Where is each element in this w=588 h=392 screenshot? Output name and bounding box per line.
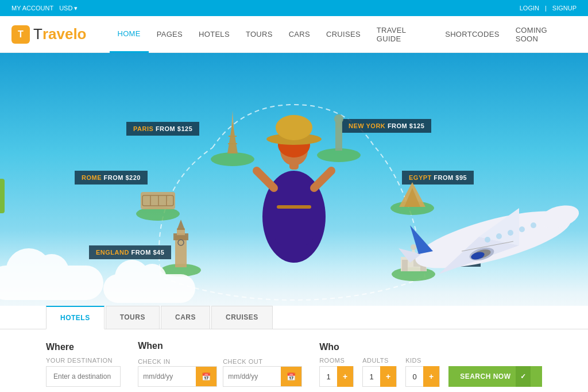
when-group: When CHECK IN 📅 CHECK OUT 📅 <box>138 341 302 387</box>
cloud-mid <box>103 274 195 303</box>
nav-home[interactable]: HOME <box>110 16 149 53</box>
dest-newyork[interactable]: NEW YORK FROM $125 <box>342 119 431 133</box>
currency-selector[interactable]: USD ▾ <box>59 5 78 12</box>
svg-rect-39 <box>277 205 311 209</box>
nav-shortcodes[interactable]: SHORTCODES <box>437 16 508 53</box>
checkin-input[interactable] <box>138 367 196 386</box>
checkin-label: CHECK IN <box>138 358 171 365</box>
checkout-label: CHECK OUT <box>223 358 262 365</box>
top-bar-left: MY ACCOUNT USD ▾ <box>11 5 78 12</box>
header: T Travelo HOME PAGES HOTELS TOURS CARS C… <box>0 16 588 53</box>
search-section: HOTELS TOURS CARS CRUISES Where YOUR DES… <box>0 306 588 392</box>
hero-section: PARIS FROM $125 NEW YORK FROM $125 ROME … <box>0 53 588 306</box>
svg-rect-14 <box>142 195 173 206</box>
nav-travel-guide[interactable]: TRAVEL GUIDE <box>369 16 437 53</box>
tab-tours[interactable]: TOURS <box>106 306 160 329</box>
when-title: When <box>138 341 302 351</box>
checkin-wrapper: CHECK IN 📅 <box>138 356 217 387</box>
search-tabs: HOTELS TOURS CARS CRUISES <box>0 306 588 329</box>
where-label: YOUR DESTINATION <box>46 357 121 364</box>
rooms-increment-button[interactable]: + <box>337 366 353 387</box>
svg-line-32 <box>257 171 274 188</box>
rooms-label: ROOMS <box>319 357 354 364</box>
kids-increment-button[interactable]: + <box>423 366 439 387</box>
svg-point-51 <box>508 230 513 236</box>
nav-hotels[interactable]: HOTELS <box>191 16 238 53</box>
svg-line-33 <box>314 171 331 188</box>
logo-icon: T <box>11 25 30 44</box>
search-button[interactable]: SEARCH NOW ✓ <box>448 366 542 387</box>
dest-rome[interactable]: ROME FROM $220 <box>75 171 148 185</box>
kids-wrap: 0 + <box>405 366 440 387</box>
who-inner: ROOMS 1 + ADULTS 1 + KIDS 0 <box>319 357 542 387</box>
where-title: Where <box>46 342 121 352</box>
checkout-input[interactable] <box>223 367 281 386</box>
logo-text: Travelo <box>33 25 87 43</box>
svg-rect-31 <box>274 176 314 245</box>
svg-marker-6 <box>230 110 235 153</box>
kids-label: KIDS <box>405 357 440 364</box>
login-link[interactable]: LOGIN <box>520 5 539 11</box>
signup-link[interactable]: SIGNUP <box>552 5 577 11</box>
who-title: Who <box>319 342 542 352</box>
top-bar-right: LOGIN | SIGNUP <box>520 5 577 11</box>
tab-cruises[interactable]: CRUISES <box>211 306 273 329</box>
logo[interactable]: T Travelo <box>11 25 87 44</box>
adults-counter: ADULTS 1 + <box>362 357 397 387</box>
my-account-link[interactable]: MY ACCOUNT <box>11 5 53 11</box>
nav-cars[interactable]: CARS <box>281 16 318 53</box>
svg-point-49 <box>531 222 536 228</box>
search-bar: Where YOUR DESTINATION When CHECK IN 📅 C… <box>0 329 588 392</box>
clouds <box>0 237 588 306</box>
nav-cruises[interactable]: CRUISES <box>318 16 369 53</box>
when-inner: CHECK IN 📅 CHECK OUT 📅 <box>138 356 302 387</box>
rooms-value: 1 <box>320 367 337 386</box>
nav-pages[interactable]: PAGES <box>149 16 191 53</box>
checkout-calendar-icon[interactable]: 📅 <box>281 367 301 386</box>
svg-rect-22 <box>177 228 185 235</box>
svg-point-50 <box>519 226 525 232</box>
svg-point-2 <box>136 207 180 221</box>
adults-wrap: 1 + <box>362 366 397 387</box>
svg-point-38 <box>276 115 312 140</box>
rooms-wrap: 1 + <box>319 366 354 387</box>
side-accent <box>0 179 5 213</box>
nav-tours[interactable]: TOURS <box>238 16 281 53</box>
adults-value: 1 <box>363 367 380 386</box>
where-group: Where YOUR DESTINATION <box>46 342 121 387</box>
checkout-wrapper: CHECK OUT 📅 <box>223 356 302 387</box>
svg-marker-7 <box>227 122 238 153</box>
destination-input[interactable] <box>46 366 121 387</box>
checkin-calendar-icon[interactable]: 📅 <box>196 367 216 386</box>
top-bar: MY ACCOUNT USD ▾ LOGIN | SIGNUP <box>0 0 588 16</box>
checkin-date-wrap: 📅 <box>138 366 217 387</box>
tab-hotels[interactable]: HOTELS <box>46 306 105 329</box>
checkout-date-wrap: 📅 <box>223 366 302 387</box>
adults-increment-button[interactable]: + <box>380 366 396 387</box>
kids-counter: KIDS 0 + <box>405 357 440 387</box>
svg-rect-13 <box>141 192 175 209</box>
who-group: Who ROOMS 1 + ADULTS 1 + K <box>319 342 542 387</box>
dest-paris[interactable]: PARIS FROM $125 <box>126 122 199 136</box>
main-nav: HOME PAGES HOTELS TOURS CARS CRUISES TRA… <box>110 16 577 53</box>
tab-cars[interactable]: CARS <box>161 306 210 329</box>
adults-label: ADULTS <box>362 357 397 364</box>
kids-value: 0 <box>406 367 423 386</box>
currency-arrow-icon: ▾ <box>74 5 78 12</box>
rooms-counter: ROOMS 1 + <box>319 357 354 387</box>
cloud-left <box>0 266 103 300</box>
svg-marker-23 <box>177 220 185 230</box>
search-check-icon: ✓ <box>516 366 531 387</box>
nav-coming-soon[interactable]: COMING SOON <box>508 16 577 53</box>
